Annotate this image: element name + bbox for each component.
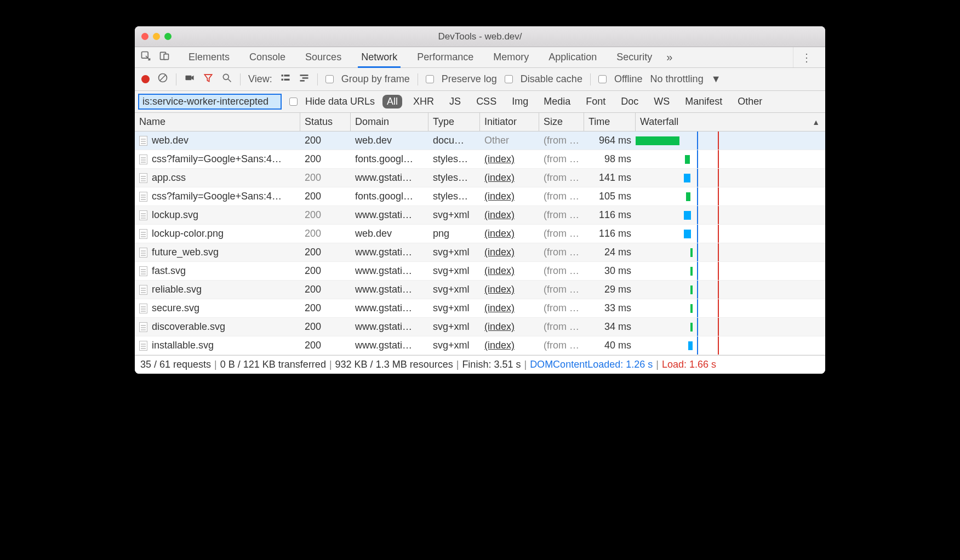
table-row[interactable]: fast.svg200www.gstati…svg+xml(index)(fro…	[135, 262, 825, 281]
table-row[interactable]: installable.svg200www.gstati…svg+xml(ind…	[135, 336, 825, 355]
cell-name: secure.svg	[152, 302, 199, 314]
file-icon	[139, 285, 147, 295]
table-row[interactable]: reliable.svg200www.gstati…svg+xml(index)…	[135, 281, 825, 299]
cell-initiator[interactable]: (index)	[480, 153, 539, 165]
close-window-button[interactable]	[141, 33, 148, 40]
table-row[interactable]: lockup.svg200www.gstati…svg+xml(index)(f…	[135, 206, 825, 225]
filter-type-xhr[interactable]: XHR	[409, 95, 438, 108]
minimize-window-button[interactable]	[153, 33, 160, 40]
filter-input[interactable]	[138, 94, 282, 110]
file-icon	[139, 248, 147, 258]
filter-type-all[interactable]: All	[382, 95, 402, 108]
table-row[interactable]: css?family=Google+Sans:4…200fonts.googl……	[135, 187, 825, 206]
overview-icon[interactable]	[299, 72, 310, 86]
camera-icon[interactable]	[184, 72, 195, 86]
filter-type-doc[interactable]: Doc	[616, 95, 643, 108]
cell-initiator[interactable]: (index)	[480, 172, 539, 184]
cell-time: 98 ms	[584, 153, 636, 165]
table-row[interactable]: future_web.svg200www.gstati…svg+xml(inde…	[135, 243, 825, 262]
table-row[interactable]: css?family=Google+Sans:4…200fonts.googl……	[135, 150, 825, 169]
clear-icon[interactable]	[157, 72, 168, 86]
cell-initiator[interactable]: Other	[480, 135, 539, 146]
tab-console[interactable]: Console	[246, 47, 289, 67]
filter-icon[interactable]	[203, 72, 214, 86]
throttling-dropdown-icon[interactable]: ▼	[711, 73, 721, 85]
col-domain[interactable]: Domain	[351, 113, 428, 131]
col-time[interactable]: Time	[584, 113, 636, 131]
svg-point-5	[223, 74, 228, 79]
cell-status: 200	[300, 228, 351, 239]
maximize-window-button[interactable]	[164, 33, 172, 40]
tab-elements[interactable]: Elements	[185, 47, 233, 67]
window-title: DevTools - web.dev/	[438, 31, 522, 42]
tab-sources[interactable]: Sources	[302, 47, 345, 67]
cell-initiator[interactable]: (index)	[480, 302, 539, 314]
cell-size: (from …	[539, 340, 584, 351]
table-row[interactable]: lockup-color.png200web.devpng(index)(fro…	[135, 225, 825, 243]
cell-domain: www.gstati…	[351, 265, 428, 277]
disable-cache-checkbox[interactable]	[505, 75, 513, 83]
large-rows-icon[interactable]	[280, 72, 291, 86]
tab-memory[interactable]: Memory	[490, 47, 532, 67]
filter-type-img[interactable]: Img	[507, 95, 533, 108]
filter-type-font[interactable]: Font	[581, 95, 610, 108]
cell-initiator[interactable]: (index)	[480, 191, 539, 202]
cell-initiator[interactable]: (index)	[480, 265, 539, 277]
search-icon[interactable]	[221, 72, 232, 86]
table-row[interactable]: discoverable.svg200www.gstati…svg+xml(in…	[135, 318, 825, 336]
filter-bar: Hide data URLs AllXHRJSCSSImgMediaFontDo…	[135, 91, 825, 113]
tab-performance[interactable]: Performance	[414, 47, 477, 67]
filter-type-other[interactable]: Other	[733, 95, 767, 108]
group-by-frame-checkbox[interactable]	[325, 75, 334, 83]
record-button[interactable]	[141, 75, 150, 83]
filter-type-manifest[interactable]: Manifest	[681, 95, 727, 108]
cell-size: (from …	[539, 191, 584, 202]
offline-checkbox[interactable]	[598, 75, 607, 83]
cell-initiator[interactable]: (index)	[480, 340, 539, 351]
cell-initiator[interactable]: (index)	[480, 247, 539, 258]
filter-type-ws[interactable]: WS	[649, 95, 674, 108]
cell-type: svg+xml	[428, 302, 480, 314]
cell-type: svg+xml	[428, 247, 480, 258]
cell-initiator[interactable]: (index)	[480, 209, 539, 221]
cell-waterfall	[636, 262, 825, 280]
cell-name: fast.svg	[152, 265, 186, 277]
table-row[interactable]: web.dev200web.devdocu…Other(from …964 ms	[135, 132, 825, 150]
cell-initiator[interactable]: (index)	[480, 284, 539, 295]
filter-type-js[interactable]: JS	[445, 95, 465, 108]
preserve-log-checkbox[interactable]	[426, 75, 434, 83]
filter-type-css[interactable]: CSS	[472, 95, 501, 108]
col-size[interactable]: Size	[539, 113, 584, 131]
tab-network[interactable]: Network	[358, 47, 401, 68]
cell-type: svg+xml	[428, 321, 480, 333]
group-by-frame-label: Group by frame	[341, 73, 410, 85]
col-name[interactable]: Name	[135, 113, 300, 131]
settings-menu-button[interactable]: ⋮	[793, 47, 820, 67]
device-toggle-icon[interactable]	[159, 50, 170, 64]
file-icon	[139, 322, 147, 332]
col-status[interactable]: Status	[300, 113, 351, 131]
throttling-select[interactable]: No throttling	[650, 73, 704, 85]
cell-size: (from …	[539, 284, 584, 295]
svg-rect-9	[284, 79, 289, 81]
cell-size: (from …	[539, 228, 584, 239]
col-type[interactable]: Type	[428, 113, 480, 131]
inspect-icon[interactable]	[140, 50, 151, 64]
file-icon	[139, 210, 147, 220]
svg-rect-6	[281, 75, 283, 76]
cell-initiator[interactable]: (index)	[480, 228, 539, 239]
tab-security[interactable]: Security	[613, 47, 655, 67]
cell-name: reliable.svg	[152, 284, 202, 295]
col-initiator[interactable]: Initiator	[480, 113, 539, 131]
svg-rect-4	[186, 76, 192, 80]
hide-data-urls-checkbox[interactable]	[289, 98, 298, 106]
tab-application[interactable]: Application	[545, 47, 600, 67]
more-tabs-button[interactable]: »	[666, 51, 672, 64]
filter-type-media[interactable]: Media	[539, 95, 575, 108]
cell-initiator[interactable]: (index)	[480, 321, 539, 333]
table-row[interactable]: secure.svg200www.gstati…svg+xml(index)(f…	[135, 299, 825, 318]
table-row[interactable]: app.css200www.gstati…styles…(index)(from…	[135, 169, 825, 187]
file-icon	[139, 266, 147, 276]
col-waterfall[interactable]: Waterfall▲	[636, 113, 825, 131]
cell-status: 200	[300, 247, 351, 258]
